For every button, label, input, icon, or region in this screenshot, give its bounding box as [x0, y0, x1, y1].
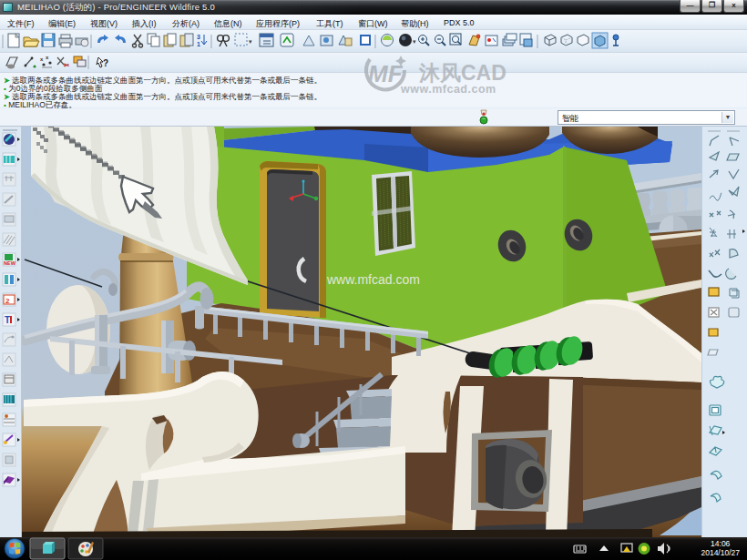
svg-text:3: 3 [197, 34, 200, 40]
svg-text:NEW: NEW [4, 260, 16, 266]
svg-text:x: x [40, 56, 44, 62]
svg-text:沐风CAD: 沐风CAD [418, 61, 507, 85]
svg-text:?: ? [103, 58, 108, 68]
svg-text:1: 1 [197, 41, 200, 47]
svg-text:▾: ▾ [413, 38, 416, 45]
svg-text:MF: MF [368, 60, 404, 87]
svg-text:www.mfcad.com: www.mfcad.com [400, 83, 496, 96]
svg-text:x: x [46, 55, 49, 60]
svg-text:✄: ✄ [64, 62, 69, 68]
svg-text:www.mfcad.com: www.mfcad.com [326, 272, 420, 287]
svg-text:T: T [5, 315, 10, 325]
svg-text:2: 2 [5, 297, 10, 305]
svg-text:▾: ▾ [249, 38, 252, 45]
